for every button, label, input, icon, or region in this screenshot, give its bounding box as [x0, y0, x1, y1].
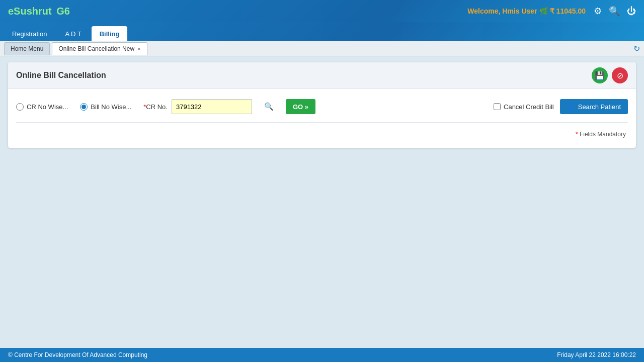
power-icon[interactable]: ⏻	[627, 6, 636, 17]
mandatory-text: Fields Mandatory	[580, 131, 626, 138]
search-small-icon[interactable]: 🔍	[264, 102, 274, 111]
cancel-credit-checkbox[interactable]	[494, 103, 501, 110]
form-divider	[16, 122, 628, 123]
cancel-credit-label: Cancel Credit Bill	[504, 103, 554, 111]
header-right: Welcome, Hmis User 🌿 ₹ 11045.00 ⚙ 🔍 ⏻	[467, 6, 636, 17]
card-header: Online Bill Cancellation 💾 ⊘	[8, 62, 636, 89]
search-patient-icon: 👤	[567, 103, 575, 111]
tab-home-menu[interactable]: Home Menu	[4, 42, 50, 55]
refresh-icon[interactable]: ↻	[633, 44, 640, 53]
form-row: CR No Wise... Bill No Wise... *CR No. 🔍	[16, 99, 628, 114]
main-content: Online Bill Cancellation 💾 ⊘ CR No Wise.…	[0, 56, 644, 348]
right-controls: Cancel Credit Bill 👤 Search Patient	[494, 99, 628, 114]
radio-cr-label: CR No Wise...	[27, 103, 68, 111]
tab-close-icon[interactable]: ×	[137, 46, 140, 52]
search-patient-label: Search Patient	[578, 103, 621, 111]
tab-home-label: Home Menu	[11, 45, 43, 52]
nav-billing[interactable]: Billing	[92, 26, 128, 41]
logo-version: G6	[56, 6, 70, 17]
page-title: Online Bill Cancellation	[16, 71, 106, 80]
welcome-emoji: 🌿	[539, 7, 548, 15]
required-star: *	[143, 103, 146, 111]
save-button[interactable]: 💾	[592, 67, 608, 83]
header-icons: ⚙ 🔍 ⏻	[594, 6, 636, 17]
footer-copyright: © Centre For Development Of Advanced Com…	[8, 351, 147, 358]
nav-registration[interactable]: Registration	[4, 26, 55, 41]
cr-no-input[interactable]	[172, 99, 252, 114]
welcome-label: Welcome, Hmis User	[467, 7, 537, 15]
mandatory-star: *	[576, 131, 578, 138]
currency-icon: ₹	[550, 7, 554, 15]
nav-adt[interactable]: A D T	[57, 26, 89, 41]
cancel-icon: ⊘	[617, 71, 623, 80]
header: eSushrut G6 Welcome, Hmis User 🌿 ₹ 11045…	[0, 0, 644, 22]
search-icon[interactable]: 🔍	[609, 6, 620, 17]
tab-online-bill[interactable]: Online Bill Cancellation New ×	[52, 42, 147, 55]
card-actions: 💾 ⊘	[592, 67, 628, 83]
mandatory-note: * Fields Mandatory	[16, 127, 628, 138]
cancel-credit-group: Cancel Credit Bill	[494, 103, 554, 111]
card-body: CR No Wise... Bill No Wise... *CR No. 🔍	[8, 89, 636, 148]
app-logo: eSushrut G6	[8, 6, 70, 17]
cr-no-label: *CR No.	[143, 103, 168, 111]
cr-no-field-group: *CR No.	[143, 99, 252, 114]
go-button[interactable]: GO »	[286, 99, 315, 114]
balance-amount: 11045.00	[556, 7, 586, 15]
go-label: GO »	[293, 103, 308, 111]
cancel-button[interactable]: ⊘	[612, 67, 628, 83]
navbar: Registration A D T Billing	[0, 22, 644, 41]
radio-bill-group: Bill No Wise...	[80, 103, 131, 111]
tabs-row: Home Menu Online Bill Cancellation New ×…	[0, 41, 644, 56]
footer: © Centre For Development Of Advanced Com…	[0, 348, 644, 362]
footer-datetime: Friday April 22 2022 16:00:22	[557, 351, 636, 358]
radio-cr-wise[interactable]	[16, 103, 24, 111]
main-card: Online Bill Cancellation 💾 ⊘ CR No Wise.…	[8, 62, 636, 148]
radio-cr-group: CR No Wise...	[16, 103, 68, 111]
search-patient-button[interactable]: 👤 Search Patient	[560, 99, 628, 114]
radio-bill-wise[interactable]	[80, 103, 88, 111]
radio-bill-label: Bill No Wise...	[91, 103, 131, 111]
logo-text: eSushrut	[8, 6, 52, 17]
save-icon: 💾	[595, 71, 605, 80]
tab-bill-label: Online Bill Cancellation New	[58, 45, 134, 52]
welcome-message: Welcome, Hmis User 🌿 ₹ 11045.00	[467, 7, 586, 15]
settings-icon[interactable]: ⚙	[594, 6, 602, 17]
